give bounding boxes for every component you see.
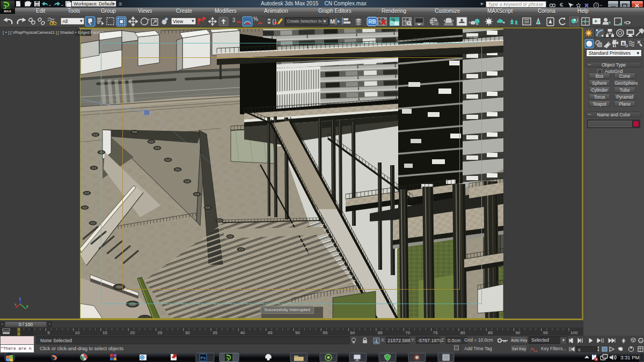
svg-text:S: S bbox=[403, 21, 406, 25]
svg-text:y: y bbox=[26, 304, 28, 308]
svg-text:10: 10 bbox=[75, 330, 80, 335]
svg-text:30: 30 bbox=[185, 330, 190, 335]
svg-text:25: 25 bbox=[158, 330, 163, 335]
svg-text:40: 40 bbox=[240, 330, 245, 335]
svg-text:100: 100 bbox=[570, 330, 578, 335]
svg-text:65: 65 bbox=[378, 330, 383, 335]
svg-text:90: 90 bbox=[515, 330, 520, 335]
svg-text:5: 5 bbox=[47, 330, 50, 335]
svg-text:20: 20 bbox=[130, 330, 135, 335]
svg-text:85: 85 bbox=[488, 330, 493, 335]
svg-text:45: 45 bbox=[268, 330, 273, 335]
svg-text:55: 55 bbox=[323, 330, 327, 335]
svg-text:All: All bbox=[62, 19, 68, 24]
svg-text:80: 80 bbox=[460, 330, 465, 335]
svg-text:?: ? bbox=[595, 4, 597, 8]
svg-text:75: 75 bbox=[433, 330, 438, 335]
svg-text:3: 3 bbox=[232, 17, 236, 23]
svg-text:M: M bbox=[330, 18, 335, 25]
svg-text:15: 15 bbox=[103, 330, 107, 335]
svg-text:Create Selection Se: Create Selection Se bbox=[287, 19, 323, 24]
svg-text:95: 95 bbox=[543, 330, 548, 335]
svg-text:Ps: Ps bbox=[201, 356, 206, 360]
svg-text:50: 50 bbox=[295, 330, 300, 335]
svg-text:70: 70 bbox=[405, 330, 410, 335]
svg-text:B: B bbox=[622, 42, 625, 46]
svg-text:View: View bbox=[173, 19, 184, 24]
svg-text:%: % bbox=[253, 16, 258, 22]
svg-text:P R: P R bbox=[403, 18, 409, 21]
svg-text:O: O bbox=[141, 356, 144, 359]
svg-text:x: x bbox=[14, 302, 17, 306]
svg-text:3:31 PM: 3:31 PM bbox=[620, 354, 639, 360]
svg-text:MAX: MAX bbox=[4, 10, 11, 13]
svg-text:z: z bbox=[19, 297, 21, 300]
svg-text:S: S bbox=[378, 21, 381, 25]
svg-text:35: 35 bbox=[213, 330, 217, 335]
svg-text:{ }: { } bbox=[272, 18, 277, 25]
svg-text:RB: RB bbox=[368, 19, 376, 25]
svg-text:0: 0 bbox=[578, 348, 581, 352]
svg-text:60: 60 bbox=[350, 330, 355, 335]
